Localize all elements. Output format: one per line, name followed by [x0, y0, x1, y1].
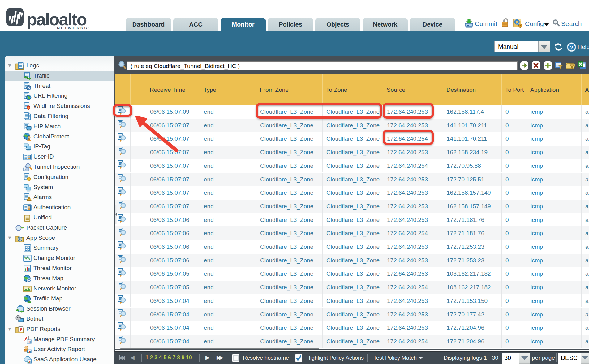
svg-text:?: ?	[570, 45, 573, 51]
svg-text:A: A	[19, 327, 22, 331]
svg-text:NETWORKS°: NETWORKS°	[57, 26, 91, 30]
